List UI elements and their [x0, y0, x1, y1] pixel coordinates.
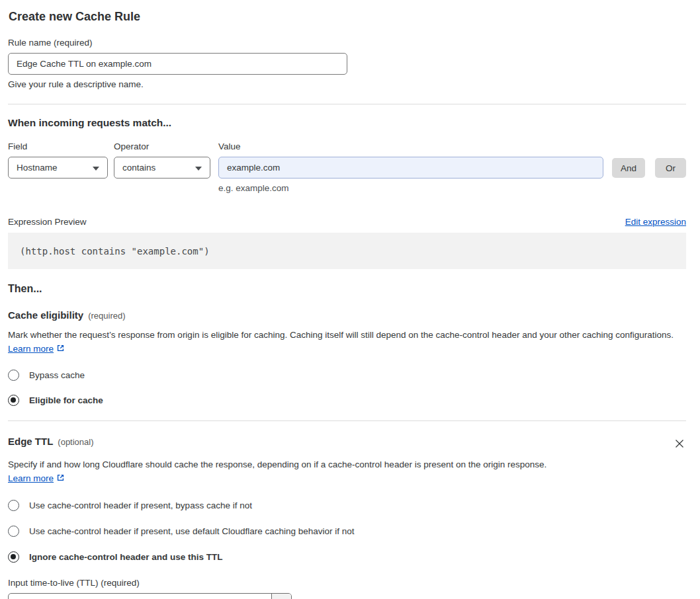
expression-code: (http.host contains "example.com")	[20, 246, 210, 257]
edge-ttl-description-text: Specify if and how long Cloudflare shoul…	[8, 459, 547, 469]
radio-label: Use cache-control header if present, byp…	[29, 500, 252, 510]
edge-ttl-options: Use cache-control header if present, byp…	[8, 500, 686, 563]
cache-eligibility-heading: Cache eligibility (required)	[8, 309, 686, 321]
chevron-down-icon	[93, 167, 99, 171]
expression-header: Expression Preview Edit expression	[8, 217, 686, 227]
radio-checked-icon	[8, 551, 19, 563]
create-cache-rule-form: Create new Cache Rule Rule name (require…	[0, 0, 700, 599]
then-heading: Then...	[8, 283, 686, 295]
field-label: Field	[8, 141, 114, 151]
edit-expression-link[interactable]: Edit expression	[625, 217, 686, 227]
value-input[interactable]	[218, 157, 603, 179]
expression-preview-box: (http.host contains "example.com")	[8, 233, 686, 269]
optional-badge: (optional)	[58, 437, 93, 447]
ttl-dropdown-button[interactable]	[271, 594, 291, 599]
radio-ignore-header-use-ttl[interactable]: Ignore cache-control header and use this…	[8, 551, 686, 563]
cache-eligibility-description: Mark whether the request’s response from…	[8, 328, 686, 356]
radio-label: Eligible for cache	[29, 395, 103, 405]
radio-label: Ignore cache-control header and use this…	[29, 552, 223, 562]
operator-select-value: contains	[122, 163, 155, 173]
rule-name-input[interactable]	[8, 53, 347, 75]
external-link-icon	[56, 343, 66, 353]
ttl-label: Input time-to-live (TTL) (required)	[8, 578, 686, 588]
close-icon	[674, 438, 685, 449]
cache-eligibility-title: Cache eligibility	[8, 309, 83, 321]
operator-select[interactable]: contains	[114, 157, 210, 179]
value-col: e.g. example.com	[218, 157, 603, 193]
divider	[8, 420, 686, 421]
learn-more-link[interactable]: Learn more	[8, 473, 54, 483]
edge-ttl-description: Specify if and how long Cloudflare shoul…	[8, 458, 561, 485]
learn-more-link[interactable]: Learn more	[8, 344, 54, 354]
field-select-value: Hostname	[17, 163, 58, 173]
value-label: Value	[218, 141, 241, 151]
field-select[interactable]: Hostname	[8, 157, 108, 179]
cache-eligibility-description-text: Mark whether the request’s response from…	[8, 330, 674, 340]
divider	[8, 104, 686, 104]
ttl-group: Input time-to-live (TTL) (required) 1 da…	[8, 578, 686, 599]
radio-eligible-for-cache[interactable]: Eligible for cache	[8, 395, 686, 406]
required-badge: (required)	[88, 311, 125, 321]
match-heading: When incoming requests match...	[8, 117, 686, 129]
radio-icon	[8, 370, 19, 381]
edge-ttl-heading: Edge TTL (optional)	[8, 436, 94, 447]
radio-label: Bypass cache	[29, 370, 85, 380]
chevron-down-icon	[195, 167, 202, 171]
edge-ttl-title: Edge TTL	[8, 436, 53, 447]
radio-use-header-default[interactable]: Use cache-control header if present, use…	[8, 526, 686, 537]
radio-icon	[8, 500, 19, 511]
external-link-icon	[56, 473, 66, 483]
page-title: Create new Cache Rule	[9, 10, 686, 24]
and-button[interactable]: And	[612, 158, 645, 178]
match-row: Hostname contains e.g. example.com And O…	[8, 157, 686, 193]
expression-preview-label: Expression Preview	[8, 217, 87, 227]
rule-name-group: Rule name (required) Give your rule a de…	[8, 38, 686, 89]
edge-ttl-header: Edge TTL (optional)	[8, 436, 686, 452]
close-edge-ttl-button[interactable]	[673, 437, 686, 452]
ttl-select[interactable]: 1 day	[8, 593, 292, 599]
rule-name-label: Rule name (required)	[8, 38, 686, 48]
radio-bypass-cache[interactable]: Bypass cache	[8, 370, 686, 381]
radio-checked-icon	[8, 395, 19, 406]
radio-icon	[8, 526, 19, 537]
or-button[interactable]: Or	[655, 158, 686, 178]
value-help: e.g. example.com	[218, 183, 603, 193]
operator-label: Operator	[114, 141, 218, 151]
cache-eligibility-options: Bypass cache Eligible for cache	[8, 370, 686, 406]
rule-name-help: Give your rule a descriptive name.	[8, 79, 686, 89]
ttl-select-value: 1 day	[9, 594, 271, 599]
match-labels: Field Operator Value	[8, 141, 686, 151]
radio-use-header-bypass[interactable]: Use cache-control header if present, byp…	[8, 500, 686, 511]
radio-label: Use cache-control header if present, use…	[29, 526, 355, 536]
